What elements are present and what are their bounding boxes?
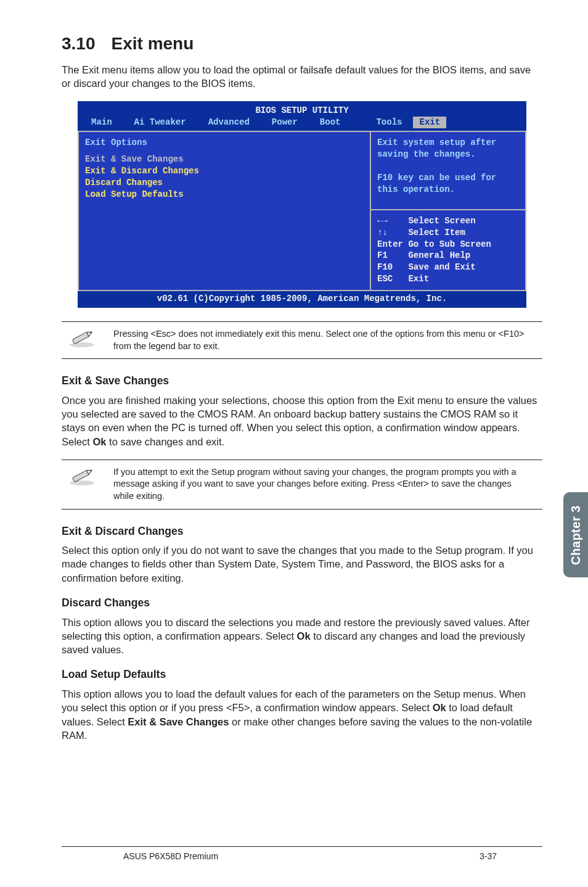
sub-load-defaults-heading: Load Setup Defaults xyxy=(62,667,542,682)
nav-select-screen: ←→ Select Screen xyxy=(377,215,519,227)
nav-sub-screen: Enter Go to Sub Screen xyxy=(377,239,519,250)
bios-tab-exit: Exit xyxy=(413,117,446,128)
bios-screenshot: BIOS SETUP UTILITY Main Ai Tweaker Advan… xyxy=(78,101,526,308)
sub-discard-text: This option allows you to discard the se… xyxy=(62,616,542,657)
bios-tab-tools: Tools xyxy=(365,117,413,128)
section-heading: 3.10Exit menu xyxy=(62,32,542,56)
bios-exit-options-heading: Exit Options xyxy=(85,137,364,149)
bios-nav-help: ←→ Select Screen ↑↓ Select Item Enter Go… xyxy=(371,210,525,290)
sub-discard-heading: Discard Changes xyxy=(62,596,542,611)
nav-save-exit: F10 Save and Exit xyxy=(377,262,519,273)
sub-load-defaults-text: This option allows you to load the defau… xyxy=(62,687,542,742)
bios-item-discard: Discard Changes xyxy=(85,177,364,189)
nav-general-help: F1 General Help xyxy=(377,250,519,262)
sub-exit-save-heading: Exit & Save Changes xyxy=(62,374,542,389)
intro-paragraph: The Exit menu items allow you to load th… xyxy=(62,63,542,91)
page-footer: ASUS P6X58D Premium 3-37 xyxy=(62,846,542,862)
bios-tab-advanced: Advanced xyxy=(197,117,261,128)
bios-right-pane: Exit system setup after saving the chang… xyxy=(371,131,526,291)
sub-exit-discard-heading: Exit & Discard Changes xyxy=(62,524,542,539)
note-save-prompt-text: If you attempt to exit the Setup program… xyxy=(113,466,526,503)
pencil-icon xyxy=(68,328,100,352)
bios-left-pane: Exit Options Exit & Save Changes Exit & … xyxy=(78,131,371,291)
footer-product: ASUS P6X58D Premium xyxy=(123,851,218,862)
bios-item-load-defaults: Load Setup Defaults xyxy=(85,189,364,200)
bios-footer: v02.61 (C)Copyright 1985-2009, American … xyxy=(78,291,526,308)
section-title-text: Exit menu xyxy=(112,34,194,53)
bios-menu: Main Ai Tweaker Advanced Power Boot Tool… xyxy=(78,117,526,131)
svg-rect-5 xyxy=(72,470,89,482)
bios-item-exit-discard: Exit & Discard Changes xyxy=(85,165,364,177)
footer-page-number: 3-37 xyxy=(480,851,497,862)
bios-tab-power: Power xyxy=(261,117,309,128)
nav-select-item: ↑↓ Select Item xyxy=(377,227,519,239)
pencil-icon xyxy=(68,466,100,490)
svg-rect-1 xyxy=(72,332,89,344)
bios-help-text: Exit system setup after saving the chang… xyxy=(371,132,525,210)
note-esc-text: Pressing <Esc> does not immediately exit… xyxy=(113,328,526,352)
chapter-tab-label: Chapter 3 xyxy=(568,505,584,565)
bios-title: BIOS SETUP UTILITY xyxy=(78,102,526,117)
svg-point-4 xyxy=(70,481,94,485)
nav-exit: ESC Exit xyxy=(377,273,519,285)
bios-item-exit-save: Exit & Save Changes xyxy=(85,154,364,165)
note-esc: Pressing <Esc> does not immediately exit… xyxy=(62,321,542,359)
bios-tab-main: Main xyxy=(80,117,123,128)
note-save-prompt: If you attempt to exit the Setup program… xyxy=(62,460,542,510)
sub-exit-save-text: Once you are finished making your select… xyxy=(62,394,542,448)
sub-exit-discard-text: Select this option only if you do not wa… xyxy=(62,543,542,585)
svg-point-0 xyxy=(70,342,94,347)
bios-tab-boot: Boot xyxy=(309,117,352,128)
section-number: 3.10 xyxy=(62,32,96,56)
chapter-tab: Chapter 3 xyxy=(563,492,588,577)
bios-tab-aitweaker: Ai Tweaker xyxy=(123,117,197,128)
